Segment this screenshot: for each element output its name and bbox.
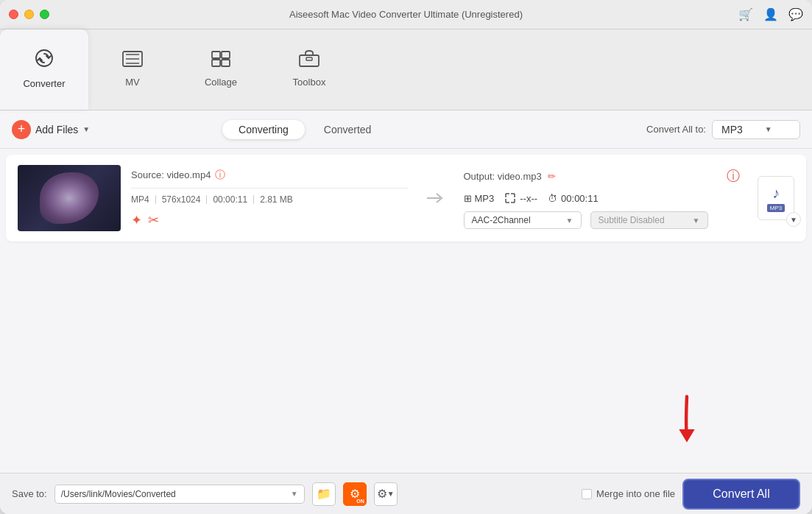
output-format-row: ⊞ MP3 --x-- ⏱ 00:00:11 — [464, 192, 741, 204]
svg-rect-2 — [212, 52, 220, 58]
merge-label-text: Merge into one file — [596, 488, 675, 499]
output-dimensions-value: --x-- — [520, 193, 537, 204]
file-format: MP4 — [131, 194, 149, 205]
cart-icon[interactable]: 🛒 — [738, 7, 753, 21]
output-actions: ⓘ — [727, 167, 740, 185]
maximize-button[interactable] — [40, 10, 49, 19]
mv-icon — [122, 49, 143, 72]
tab-collage-label: Collage — [205, 77, 237, 88]
tab-mv-label: MV — [125, 77, 140, 88]
format-dropdown-arrow-icon: ▼ — [765, 125, 772, 133]
output-dimensions: --x-- — [504, 192, 537, 204]
output-row: Output: video.mp3 ✏ ⓘ — [464, 167, 741, 185]
more-settings-button[interactable]: ⚙ ▼ — [374, 482, 398, 506]
output-info-icon[interactable]: ⓘ — [727, 169, 740, 183]
minimize-button[interactable] — [24, 10, 34, 19]
user-icon[interactable]: 👤 — [763, 7, 778, 21]
format-thumb-col: ♪ MP3 ▼ — [750, 176, 794, 220]
output-format-value: MP3 — [475, 193, 495, 204]
traffic-lights — [9, 10, 49, 19]
convert-all-to-label: Convert All to: — [646, 124, 706, 135]
on-badge: ON — [356, 499, 364, 504]
title-icon-group: 🛒 👤 💬 — [738, 7, 803, 21]
close-button[interactable] — [9, 10, 18, 19]
app-window: Aiseesoft Mac Video Converter Ultimate (… — [0, 0, 812, 514]
toolbar: + Add Files ▼ Converting Converted Conve… — [0, 110, 812, 149]
file-size: 2.81 MB — [260, 194, 293, 205]
format-thumb-dropdown[interactable]: ▼ — [786, 212, 801, 227]
subtitle-arrow-icon: ▼ — [693, 216, 700, 225]
enhance-icon[interactable]: ✦ — [131, 212, 142, 228]
tab-mv[interactable]: MV — [88, 29, 177, 110]
format-thumb-badge: MP3 — [767, 204, 785, 212]
format-thumbnail: ♪ MP3 ▼ — [758, 176, 794, 220]
merge-checkbox[interactable] — [582, 489, 592, 499]
cut-icon[interactable]: ✂ — [148, 212, 159, 228]
tab-converter[interactable]: Converter — [0, 29, 88, 110]
output-duration: ⏱ 00:00:11 — [548, 193, 599, 204]
folder-button[interactable]: 📁 — [312, 482, 336, 506]
source-info-icon[interactable]: ⓘ — [215, 169, 225, 182]
convert-all-button[interactable]: Convert All — [682, 479, 800, 510]
output-format-badge: ⊞ MP3 — [464, 193, 495, 204]
convert-all-to-section: Convert All to: MP3 ▼ — [646, 120, 800, 139]
output-label: Output: video.mp3 — [464, 171, 542, 182]
tab-converted[interactable]: Converted — [308, 120, 388, 139]
bottom-bar: Save to: /Users/link/Movies/Converted ▼ … — [0, 473, 812, 514]
grid-icon: ⊞ — [464, 193, 472, 204]
tab-converter-label: Converter — [23, 78, 65, 89]
window-title: Aiseesoft Mac Video Converter Ultimate (… — [289, 9, 523, 20]
output-duration-value: 00:00:11 — [561, 193, 599, 204]
add-circle-icon: + — [12, 120, 31, 139]
svg-rect-4 — [212, 60, 220, 66]
converter-icon — [34, 48, 54, 74]
merge-section: Merge into one file — [582, 488, 675, 499]
file-duration: 00:00:11 — [213, 194, 247, 205]
audio-channel-value: AAC-2Channel — [472, 215, 531, 225]
settings-on-button[interactable]: ⚙ ON — [343, 482, 367, 506]
audio-channel-arrow-icon: ▼ — [566, 216, 573, 225]
collage-icon — [211, 49, 230, 72]
output-edit-icon[interactable]: ✏ — [548, 171, 556, 182]
tab-toolbox-label: Toolbox — [293, 77, 326, 88]
music-note-icon: ♪ — [772, 185, 780, 202]
add-files-label: Add Files — [35, 124, 78, 135]
folder-icon: 📁 — [317, 487, 331, 501]
toolbox-icon — [299, 49, 319, 72]
nav-tabs: Converter MV Col — [0, 29, 812, 110]
settings-dropdown-icon: ▼ — [387, 490, 395, 498]
convert-all-label: Convert All — [713, 487, 769, 500]
file-item: Source: video.mp4 ⓘ MP4 576x1024 00:00:1… — [6, 155, 806, 242]
meta-divider-3 — [253, 195, 254, 204]
subtitle-select[interactable]: Subtitle Disabled ▼ — [590, 211, 708, 229]
tab-collage[interactable]: Collage — [177, 29, 265, 110]
status-tabs: Converting Converted — [222, 120, 387, 139]
path-dropdown-icon: ▼ — [291, 490, 298, 498]
gear-icon: ⚙ — [377, 487, 387, 501]
format-selects: AAC-2Channel ▼ Subtitle Disabled ▼ — [464, 211, 741, 229]
format-dropdown[interactable]: MP3 ▼ — [712, 120, 800, 139]
save-to-label: Save to: — [12, 488, 47, 499]
subtitle-value: Subtitle Disabled — [599, 215, 665, 225]
svg-rect-7 — [306, 57, 312, 60]
source-label: Source: video.mp4 — [131, 169, 211, 180]
chat-icon[interactable]: 💬 — [788, 7, 803, 21]
add-files-dropdown-icon[interactable]: ▼ — [82, 125, 90, 133]
format-value: MP3 — [721, 124, 743, 135]
tab-toolbox[interactable]: Toolbox — [265, 29, 353, 110]
title-bar: Aiseesoft Mac Video Converter Ultimate (… — [0, 0, 812, 29]
audio-channel-select[interactable]: AAC-2Channel ▼ — [464, 211, 582, 229]
svg-point-0 — [36, 50, 52, 66]
file-dimensions: 576x1024 — [162, 194, 201, 205]
save-path-value: /Users/link/Movies/Converted — [61, 489, 176, 499]
content-wrapper: Source: video.mp4 ⓘ MP4 576x1024 00:00:1… — [0, 149, 812, 514]
tab-converting[interactable]: Converting — [222, 120, 305, 139]
svg-rect-3 — [222, 52, 230, 58]
file-info-left: Source: video.mp4 ⓘ MP4 576x1024 00:00:1… — [131, 169, 408, 228]
thumb-art — [40, 172, 99, 224]
video-thumbnail — [18, 165, 121, 231]
source-row: Source: video.mp4 ⓘ — [131, 169, 408, 182]
main-content: Source: video.mp4 ⓘ MP4 576x1024 00:00:1… — [0, 149, 812, 473]
save-path-input[interactable]: /Users/link/Movies/Converted ▼ — [54, 485, 305, 504]
add-files-button[interactable]: + Add Files ▼ — [12, 120, 90, 139]
